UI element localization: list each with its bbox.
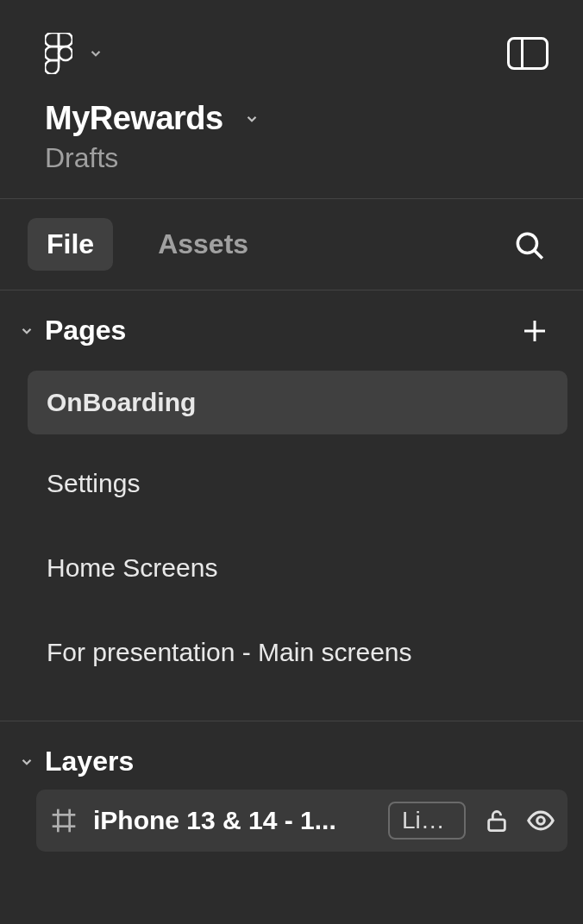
project-location[interactable]: Drafts xyxy=(45,142,538,174)
figma-logo-icon xyxy=(45,33,72,74)
project-title-block: MyRewards Drafts xyxy=(0,91,583,198)
page-item-home-screens[interactable]: Home Screens xyxy=(28,536,567,600)
pages-section-header[interactable]: Pages xyxy=(0,290,583,364)
search-icon xyxy=(512,228,545,261)
layers-section-title: Layers xyxy=(45,746,134,777)
chevron-down-icon xyxy=(88,46,103,61)
add-page-button[interactable] xyxy=(519,315,550,346)
plus-icon xyxy=(519,315,550,346)
visibility-button[interactable] xyxy=(526,806,555,835)
chevron-down-icon xyxy=(244,111,260,127)
svg-point-10 xyxy=(537,817,545,825)
chevron-down-icon xyxy=(19,323,34,339)
tab-assets[interactable]: Assets xyxy=(139,218,267,271)
panel-tabs: File Assets xyxy=(0,199,583,290)
frame-icon xyxy=(50,807,78,834)
pages-section-title: Pages xyxy=(45,315,126,346)
layers-section-header[interactable]: Layers xyxy=(0,721,583,777)
chevron-down-icon xyxy=(19,754,34,770)
variant-badge[interactable]: Lig... xyxy=(388,802,466,840)
project-title-row[interactable]: MyRewards xyxy=(45,100,538,137)
svg-line-2 xyxy=(534,250,542,259)
tab-file[interactable]: File xyxy=(28,218,113,271)
svg-point-1 xyxy=(517,234,536,253)
eye-icon xyxy=(526,806,555,835)
page-item-settings[interactable]: Settings xyxy=(28,452,567,515)
svg-point-0 xyxy=(59,47,72,60)
page-list: OnBoarding Settings Home Screens For pre… xyxy=(0,364,583,721)
left-panel: MyRewards Drafts File Assets Pages xyxy=(0,0,583,924)
unlock-icon xyxy=(485,808,509,833)
page-item-onboarding[interactable]: OnBoarding xyxy=(28,371,567,434)
layer-name: iPhone 13 & 14 - 1... xyxy=(93,806,373,835)
project-title: MyRewards xyxy=(45,100,223,137)
panel-header xyxy=(0,0,583,91)
search-button[interactable] xyxy=(512,228,550,261)
page-item-presentation[interactable]: For presentation - Main screens xyxy=(28,621,567,684)
layer-actions xyxy=(481,806,555,835)
figma-main-menu[interactable] xyxy=(45,33,103,74)
svg-rect-9 xyxy=(489,820,505,831)
panel-toggle-button[interactable] xyxy=(507,37,549,70)
lock-button[interactable] xyxy=(485,808,509,833)
layer-row[interactable]: iPhone 13 & 14 - 1... Lig... xyxy=(36,790,567,852)
panel-toggle-icon xyxy=(510,40,523,67)
